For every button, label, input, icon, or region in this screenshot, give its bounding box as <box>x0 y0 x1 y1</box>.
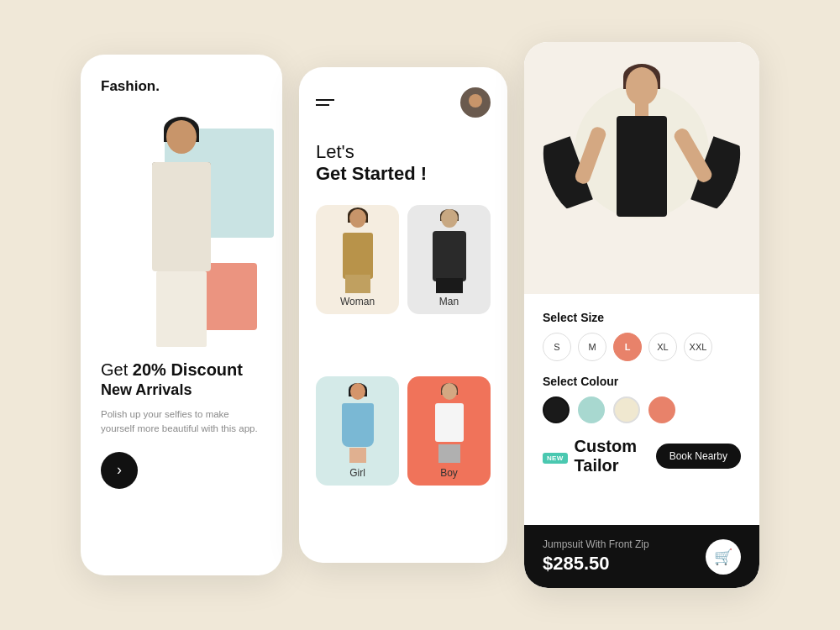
boy-figure <box>407 376 491 469</box>
screen-3: Select Size S M L XL XXL Select Colour <box>524 42 759 588</box>
category-man-label: Man <box>439 296 459 307</box>
size-label: Select Size <box>543 311 741 324</box>
girl-figure <box>316 376 399 469</box>
model-body <box>617 116 667 217</box>
category-woman-label: Woman <box>340 296 375 307</box>
screen-2: Let's Get Started ! Woman <box>299 67 507 563</box>
colour-label: Select Colour <box>543 375 741 388</box>
book-nearby-button[interactable]: Book Nearby <box>656 444 741 469</box>
product-name: Jumpsuit With Front Zip <box>543 538 649 550</box>
new-badge: NEW <box>543 453 568 464</box>
custom-tailor-section: NEW Custom Tailor Book Nearby <box>543 437 741 475</box>
size-s[interactable]: S <box>543 333 571 361</box>
greeting-line2: Get Started ! <box>316 163 491 185</box>
menu-button[interactable] <box>316 99 334 106</box>
menu-line-2 <box>316 104 329 106</box>
category-girl[interactable]: Girl <box>316 376 399 486</box>
colour-cream[interactable] <box>613 396 640 423</box>
subtext: Polish up your selfies to make yourself … <box>101 407 262 437</box>
size-xl[interactable]: XL <box>648 333 677 361</box>
new-badge-container: NEW <box>543 449 568 464</box>
bottom-bar: Jumpsuit With Front Zip $285.50 🛒 <box>524 525 759 588</box>
cart-button[interactable]: 🛒 <box>706 539 741 575</box>
product-model <box>558 50 726 294</box>
arrow-icon: › <box>117 461 122 479</box>
hero-model <box>106 112 257 347</box>
model-arm-right <box>672 126 715 185</box>
colour-teal[interactable] <box>578 396 605 423</box>
model-arm-left <box>574 125 608 186</box>
category-woman[interactable]: Woman <box>316 205 399 314</box>
colour-coral[interactable] <box>648 396 675 423</box>
product-info: Jumpsuit With Front Zip $285.50 <box>543 538 649 575</box>
screen-1: Fashion. <box>81 55 282 575</box>
figure-head <box>166 120 197 154</box>
category-boy-label: Boy <box>440 467 458 479</box>
app-logo: Fashion. <box>101 78 262 95</box>
cta-button[interactable]: › <box>101 452 138 489</box>
category-boy[interactable]: Boy <box>407 376 491 486</box>
figure-legs <box>156 271 207 347</box>
man-figure <box>407 205 491 297</box>
headline: Get 20% Discount New Arrivals <box>101 360 262 399</box>
greeting: Let's Get Started ! <box>316 141 491 185</box>
fashion-figure <box>114 120 249 347</box>
product-hero <box>524 42 759 294</box>
discount-text: Get 20% Discount <box>101 360 262 380</box>
colour-black[interactable] <box>543 396 570 423</box>
product-details: Select Size S M L XL XXL Select Colour <box>524 294 759 525</box>
category-man[interactable]: Man <box>407 205 491 314</box>
figure-body <box>152 162 211 271</box>
size-m[interactable]: M <box>578 333 606 361</box>
size-options: S M L XL XXL <box>543 333 741 361</box>
menu-line-1 <box>316 99 334 101</box>
avatar-head <box>469 94 482 108</box>
screens-container: Fashion. <box>55 17 785 613</box>
woman-figure <box>316 205 399 297</box>
user-avatar[interactable] <box>460 87 491 118</box>
hero-area <box>81 103 282 347</box>
custom-tailor-left: NEW Custom Tailor <box>543 437 656 475</box>
new-arrivals-text: New Arrivals <box>101 381 262 399</box>
greeting-line1: Let's <box>316 141 491 163</box>
colour-options <box>543 396 741 423</box>
category-girl-label: Girl <box>349 467 365 479</box>
custom-tailor-name: Custom Tailor <box>575 437 656 475</box>
size-l[interactable]: L <box>613 333 642 361</box>
size-xxl[interactable]: XXL <box>684 333 712 361</box>
cart-icon: 🛒 <box>714 548 732 566</box>
top-bar <box>316 87 491 118</box>
category-grid: Woman Man <box>316 205 491 539</box>
custom-tailor-row: NEW Custom Tailor Book Nearby <box>543 437 741 475</box>
product-price: $285.50 <box>543 553 649 575</box>
model-head <box>626 67 658 105</box>
